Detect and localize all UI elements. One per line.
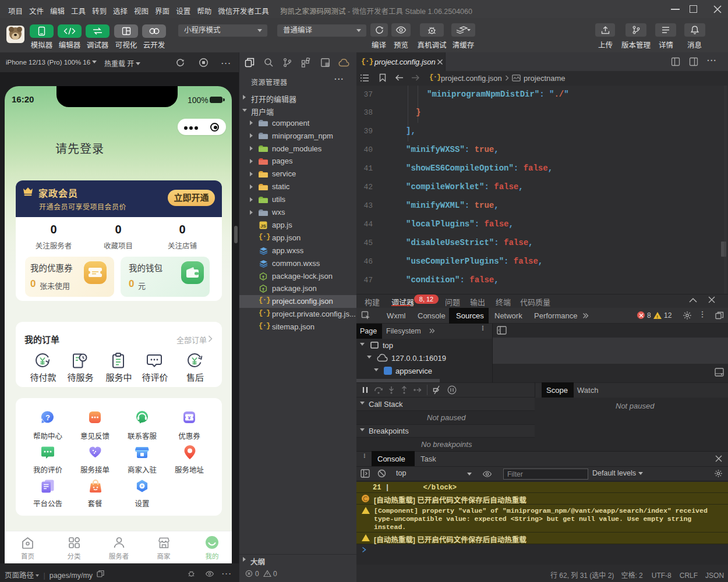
svg-text:?: ? [45, 413, 50, 422]
svg-text:¥: ¥ [188, 415, 190, 421]
svg-text:JS: JS [260, 223, 266, 228]
